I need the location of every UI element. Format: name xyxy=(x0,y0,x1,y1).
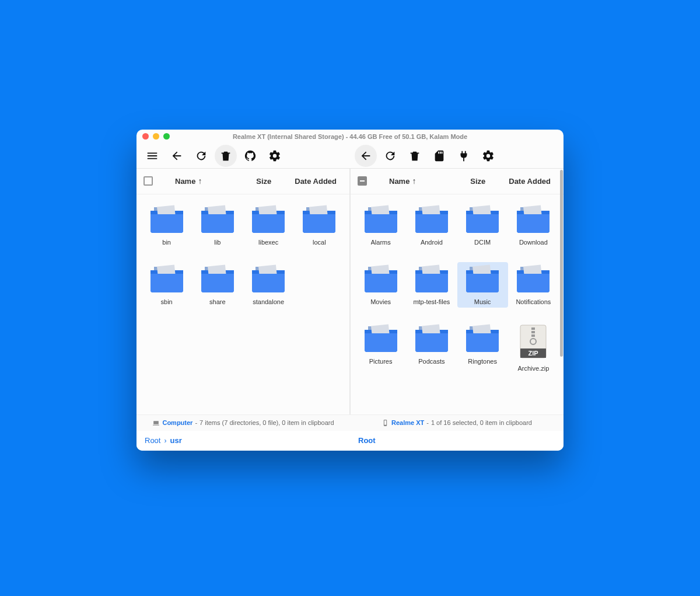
gear-icon xyxy=(268,149,281,162)
item-label: libexec xyxy=(258,239,278,246)
breadcrumb-segment[interactable]: Root xyxy=(145,436,160,445)
settings-button-left[interactable] xyxy=(264,145,286,167)
folder-icon xyxy=(363,264,398,292)
select-all-checkbox-right[interactable] xyxy=(358,176,367,186)
column-date-header-left[interactable]: Date Added xyxy=(295,177,337,186)
folder-item[interactable]: DCIM xyxy=(457,203,508,248)
folder-icon xyxy=(251,205,286,233)
item-label: bin xyxy=(162,239,171,246)
split-columns: Name ↑ Size Date Added binliblibexecloca… xyxy=(136,168,564,414)
folder-item[interactable]: bin xyxy=(141,203,192,248)
item-label: Pictures xyxy=(369,358,393,365)
sort-asc-icon: ↑ xyxy=(198,176,202,186)
folder-item[interactable]: sbin xyxy=(141,262,192,308)
item-label: Music xyxy=(474,298,491,305)
folder-item[interactable]: Ringtones xyxy=(457,322,508,374)
folder-item[interactable]: lib xyxy=(192,203,243,248)
item-label: lib xyxy=(214,239,220,246)
right-file-grid[interactable]: AlarmsAndroidDCIMDownloadMoviesmtp-test-… xyxy=(351,194,564,414)
delete-button-right[interactable] xyxy=(404,145,426,167)
refresh-button-left[interactable] xyxy=(190,145,212,167)
item-label: Alarms xyxy=(371,239,391,246)
window-title: Realme XT (Internal Shared Storage) - 44… xyxy=(136,133,564,140)
trash-icon xyxy=(219,149,232,162)
refresh-button-right[interactable] xyxy=(379,145,401,167)
right-toolbar xyxy=(350,144,564,168)
column-name-label: Name xyxy=(175,177,195,186)
column-date-header-right[interactable]: Date Added xyxy=(509,177,551,186)
right-breadcrumb: Root xyxy=(350,431,564,451)
minimize-window-button[interactable] xyxy=(153,133,159,140)
settings-button-right[interactable] xyxy=(477,145,499,167)
back-button-right[interactable] xyxy=(355,145,377,167)
item-label: Notifications xyxy=(516,298,551,305)
folder-item[interactable]: Alarms xyxy=(355,203,406,248)
refresh-icon xyxy=(384,149,397,162)
item-label: Podcasts xyxy=(418,358,444,365)
github-button[interactable] xyxy=(239,145,261,167)
item-label: standalone xyxy=(253,298,284,305)
breadcrumb-segment[interactable]: usr xyxy=(170,436,181,445)
scrollbar-thumb[interactable] xyxy=(560,170,563,357)
zip-file-item[interactable]: Archive.zip xyxy=(508,322,559,374)
maximize-window-button[interactable] xyxy=(163,133,170,140)
laptop-icon xyxy=(152,419,160,427)
column-size-header-left[interactable]: Size xyxy=(256,177,271,186)
select-all-checkbox-left[interactable] xyxy=(144,176,153,186)
left-file-grid[interactable]: binliblibexeclocalsbinsharestandalone xyxy=(136,194,349,414)
left-column-header: Name ↑ Size Date Added xyxy=(136,169,349,194)
column-name-header-left[interactable]: Name ↑ xyxy=(175,176,202,186)
back-button-left[interactable] xyxy=(166,145,188,167)
folder-item[interactable]: libexec xyxy=(243,203,294,248)
sort-asc-icon: ↑ xyxy=(412,176,416,186)
sd-card-icon xyxy=(433,149,446,162)
folder-icon xyxy=(149,264,184,292)
item-label: Movies xyxy=(370,298,391,305)
close-window-button[interactable] xyxy=(142,133,149,140)
item-label: share xyxy=(209,298,226,305)
folder-icon xyxy=(516,264,551,292)
folder-icon xyxy=(465,324,500,352)
arrow-left-icon xyxy=(170,149,183,162)
left-pane: Name ↑ Size Date Added binliblibexecloca… xyxy=(136,169,349,414)
folder-item[interactable]: Download xyxy=(508,203,559,248)
plug-icon xyxy=(457,149,470,162)
phone-icon xyxy=(382,419,389,427)
status-sep: - xyxy=(426,419,429,426)
zip-icon xyxy=(519,324,548,359)
left-breadcrumb: Root›usr xyxy=(136,431,350,451)
column-name-label: Name xyxy=(389,177,410,186)
folder-item[interactable]: local xyxy=(294,203,345,248)
storage-button[interactable] xyxy=(428,145,450,167)
folder-item[interactable]: Movies xyxy=(355,262,406,308)
folder-item[interactable]: mtp-test-files xyxy=(406,262,457,308)
folder-icon xyxy=(414,205,449,233)
breadcrumb-bar: Root›usr Root xyxy=(136,431,564,451)
column-size-header-right[interactable]: Size xyxy=(470,177,485,186)
folder-item[interactable]: share xyxy=(192,262,243,308)
folder-item[interactable]: standalone xyxy=(243,262,294,308)
folder-item[interactable]: Notifications xyxy=(508,262,559,308)
delete-button-left[interactable] xyxy=(215,145,237,167)
folder-item[interactable]: Music xyxy=(457,262,508,308)
item-label: Ringtones xyxy=(468,358,497,365)
item-label: mtp-test-files xyxy=(413,298,450,305)
folder-item[interactable]: Podcasts xyxy=(406,322,457,374)
menu-button[interactable] xyxy=(141,145,163,167)
breadcrumb-segment[interactable]: Root xyxy=(358,436,376,445)
status-sep: - xyxy=(195,419,197,426)
usb-button[interactable] xyxy=(453,145,475,167)
folder-icon xyxy=(363,324,398,352)
item-label: DCIM xyxy=(474,239,491,246)
right-status: Realme XT - 1 of 16 selected, 0 item in … xyxy=(350,415,564,431)
folder-item[interactable]: Pictures xyxy=(355,322,406,374)
app-window: Realme XT (Internal Shared Storage) - 44… xyxy=(136,130,564,451)
item-label: Android xyxy=(421,239,443,246)
column-name-header-right[interactable]: Name ↑ xyxy=(389,176,416,186)
folder-icon xyxy=(465,205,500,233)
folder-item[interactable]: Android xyxy=(406,203,457,248)
menu-icon xyxy=(146,149,159,162)
item-label: local xyxy=(313,239,326,246)
folder-icon xyxy=(200,205,235,233)
folder-icon xyxy=(200,264,235,292)
